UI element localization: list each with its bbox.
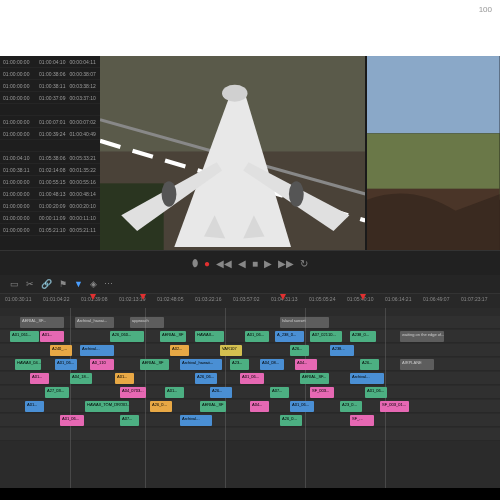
timeline-clip[interactable]: A26...: [360, 359, 379, 370]
timeline-clip[interactable]: Archival...: [350, 373, 384, 384]
record-button[interactable]: ●: [204, 258, 210, 269]
marker-tool[interactable]: ▼: [74, 279, 83, 289]
timeline-clip[interactable]: A26_060...: [110, 331, 144, 342]
timeline-clip[interactable]: A0_110: [90, 359, 114, 370]
timeline-clip[interactable]: A26_06...: [195, 373, 217, 384]
timeline-clip[interactable]: A240_...: [50, 345, 72, 356]
timeline-clip[interactable]: A01...: [40, 331, 64, 342]
timeline-clip[interactable]: A01...: [165, 387, 184, 398]
timeline-clip[interactable]: SF_003_01...: [380, 401, 409, 412]
timeline-clip[interactable]: A04_08...: [260, 359, 284, 370]
media-pool-row[interactable]: 01:00:00:0001:00:04:1000:00:04:11: [0, 56, 100, 68]
timeline-clip[interactable]: AERIAL_SF...: [300, 373, 329, 384]
timeline-clip[interactable]: AIRPLANE: [400, 359, 434, 370]
timeline-clip[interactable]: A07_02110...: [310, 331, 342, 342]
timeline-clip[interactable]: AERIAL_SF...: [20, 317, 64, 328]
timeline-clip[interactable]: A01...: [30, 373, 49, 384]
timeline-clip[interactable]: Island sunset: [280, 317, 329, 328]
link-tool[interactable]: 🔗: [41, 279, 52, 289]
timeline-clip[interactable]: A27_03...: [45, 387, 69, 398]
timeline-track[interactable]: [0, 344, 500, 357]
timeline-clip[interactable]: A26...: [210, 387, 232, 398]
timeline-clip[interactable]: A01_06...: [365, 387, 387, 398]
timeline-clip[interactable]: HAWAII_04...: [15, 359, 41, 370]
media-pool-row[interactable]: 01:00:00:0001:00:55:1500:00:55:16: [0, 176, 100, 188]
timeline-clip[interactable]: Archival_hawai...: [75, 317, 114, 328]
timeline-clip[interactable]: A238...: [330, 345, 354, 356]
timeline-clip[interactable]: SF_003...: [310, 387, 334, 398]
ruler-tick: 01:03:22:16: [195, 296, 221, 302]
timeline-clip[interactable]: HAWAII_TOM_DROID...: [85, 401, 129, 412]
media-pool-row[interactable]: 01:00:00:0001:05:21:1000:05:21:11: [0, 224, 100, 236]
timeline-clip[interactable]: Archival...: [180, 415, 212, 426]
timeline-clip[interactable]: A238_0...: [350, 331, 376, 342]
media-pool-row[interactable]: 01:00:00:0001:00:39:2401:00:40:49: [0, 128, 100, 140]
timeline-clip[interactable]: A07...: [270, 387, 289, 398]
loop-button[interactable]: ↻: [300, 258, 308, 269]
source-viewer[interactable]: [100, 56, 365, 250]
media-pool-row[interactable]: 01:00:00:0001:00:20:0900:00:20:10: [0, 200, 100, 212]
timeline-clip[interactable]: A01_06...: [290, 401, 314, 412]
media-pool-row[interactable]: 01:00:00:0001:00:38:0600:00:38:07: [0, 68, 100, 80]
timeline-clip[interactable]: A04_0703...: [120, 387, 146, 398]
timeline-clip[interactable]: A04...: [250, 401, 269, 412]
timeline-clip[interactable]: A04_18...: [70, 373, 92, 384]
media-pool-row[interactable]: 01:00:00:0001:00:38:1100:03:38:12: [0, 80, 100, 92]
timeline-track[interactable]: [0, 386, 500, 399]
timeline-track[interactable]: [0, 428, 500, 441]
timeline-clip[interactable]: A01...: [115, 373, 134, 384]
media-pool-row[interactable]: [0, 140, 100, 152]
flag-tool[interactable]: ⚑: [59, 279, 67, 289]
media-pool-row[interactable]: 01:00:38:1101:02:14:0800:01:35:22: [0, 164, 100, 176]
main-area: 01:00:00:0001:00:04:1000:00:04:1101:00:0…: [0, 56, 500, 250]
timeline-clip[interactable]: A01_06...: [240, 373, 264, 384]
blade-tool[interactable]: ✂: [26, 279, 34, 289]
play-button[interactable]: ▶: [264, 258, 272, 269]
timeline-clip[interactable]: A26...: [290, 345, 309, 356]
timeline-clip[interactable]: A26_0...: [280, 415, 302, 426]
media-pool-row[interactable]: 01:00:00:0001:00:37:0900:03:37:10: [0, 92, 100, 104]
timeline-clip[interactable]: A23_0...: [340, 401, 362, 412]
timeline-clip[interactable]: A02...: [170, 345, 189, 356]
timeline-clip[interactable]: AERIAL_SF: [140, 359, 169, 370]
snap-tool[interactable]: ◈: [90, 279, 97, 289]
prev-button[interactable]: ◀◀: [216, 258, 232, 269]
media-pool-row[interactable]: 01:00:00:0001:00:07:0100:00:07:02: [0, 116, 100, 128]
timeline-clip[interactable]: AERIAL_SF: [200, 401, 226, 412]
media-pool-row[interactable]: 01:00:00:0000:00:11:0900:00:11:10: [0, 212, 100, 224]
program-viewer[interactable]: [367, 56, 500, 250]
timeline-clip[interactable]: waiting on the edge of...: [400, 331, 444, 342]
stop-button[interactable]: ■: [252, 258, 258, 269]
timeline-clip[interactable]: Archival...: [80, 345, 114, 356]
timeline-clip[interactable]: A_238_0...: [275, 331, 304, 342]
cam-icon[interactable]: ⬮: [192, 257, 198, 269]
media-pool-row[interactable]: [0, 104, 100, 116]
timeline-clip[interactable]: A01...: [25, 401, 44, 412]
play-rev-button[interactable]: ◀: [238, 258, 246, 269]
timeline-ruler[interactable]: 01:00:30:1101:01:04:2201:01:39:0801:02:1…: [0, 294, 500, 308]
more-icon[interactable]: ⋯: [104, 279, 113, 289]
next-button[interactable]: ▶▶: [278, 258, 294, 269]
timeline-clip[interactable]: A23...: [230, 359, 249, 370]
timeline-clip[interactable]: SF_...: [350, 415, 374, 426]
media-pool-row[interactable]: 01:00:04:1001:05:38:0600:05:33:21: [0, 152, 100, 164]
selection-tool[interactable]: ▭: [10, 279, 19, 289]
timeline-clip[interactable]: A04...: [295, 359, 317, 370]
timeline-clip[interactable]: Archival_hawaii...: [180, 359, 222, 370]
transport-bar: ⬮ ● ◀◀ ◀ ■ ▶ ▶▶ ↻ 100: [0, 250, 500, 275]
timeline-clip[interactable]: A01_061...: [10, 331, 39, 342]
timeline-clip[interactable]: A01_06...: [60, 415, 84, 426]
media-pool[interactable]: 01:00:00:0001:00:04:1000:00:04:1101:00:0…: [0, 56, 100, 250]
timeline-clip[interactable]: approach: [130, 317, 164, 328]
timeline-clip[interactable]: AERIAL_SF: [160, 331, 186, 342]
timeline-clip[interactable]: HAWAII...: [195, 331, 224, 342]
media-pool-row[interactable]: 01:00:00:0001:00:48:1300:00:48:14: [0, 188, 100, 200]
svg-point-5: [289, 181, 304, 206]
timeline-clip[interactable]: A01_06...: [55, 359, 77, 370]
timeline-clip[interactable]: A26_0...: [150, 401, 172, 412]
timeline-clip[interactable]: A01_06...: [245, 331, 269, 342]
timeline-clip[interactable]: A07...: [120, 415, 139, 426]
viewers: [100, 56, 500, 250]
timeline[interactable]: AERIAL_SF...Archival_hawai...approachIsl…: [0, 308, 500, 488]
timeline-clip[interactable]: VAR107: [220, 345, 242, 356]
